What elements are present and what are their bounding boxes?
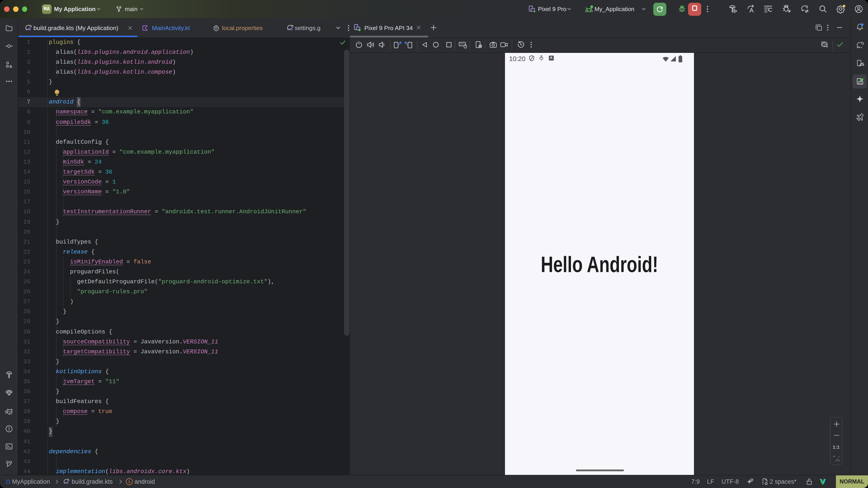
svg-text:λ: λ — [128, 480, 130, 484]
